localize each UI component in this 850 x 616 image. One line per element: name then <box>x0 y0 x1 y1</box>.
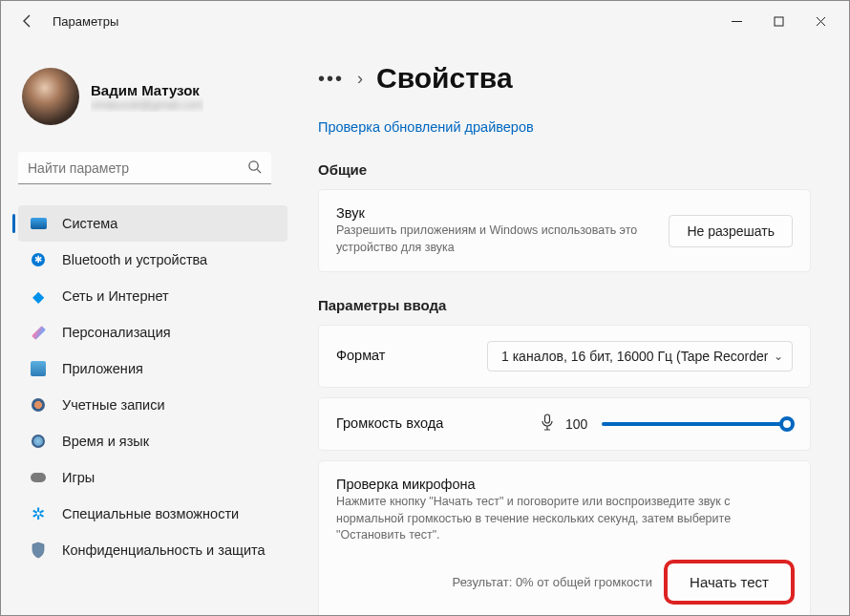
svg-line-5 <box>257 169 261 173</box>
avatar <box>22 68 79 125</box>
profile-email: vmatuzok@gmail.com <box>91 98 203 112</box>
format-value: 1 каналов, 16 бит, 16000 Гц (Tape Record… <box>501 349 768 364</box>
volume-slider[interactable] <box>602 422 793 426</box>
section-input-heading: Параметры ввода <box>318 297 811 313</box>
main-content: ••• › Свойства Проверка обновлений драйв… <box>297 41 849 615</box>
sound-card: Звук Разрешить приложениям и Windows исп… <box>318 189 811 272</box>
accessibility-icon: ✲ <box>30 505 47 522</box>
sidebar-item-privacy[interactable]: Конфиденциальность и защита <box>18 532 287 568</box>
back-button[interactable] <box>20 13 35 29</box>
sound-desc: Разрешить приложениям и Windows использо… <box>336 223 653 256</box>
mic-test-card: Проверка микрофона Нажмите кнопку "Начат… <box>318 460 811 615</box>
titlebar: Параметры <box>1 1 849 41</box>
driver-update-link[interactable]: Проверка обновлений драйверов <box>318 119 534 135</box>
sidebar-item-system[interactable]: Система <box>18 205 287 242</box>
format-card: Формат 1 каналов, 16 бит, 16000 Гц (Tape… <box>318 325 811 388</box>
volume-value: 100 <box>565 416 590 432</box>
sidebar: Вадим Матузок vmatuzok@gmail.com Система… <box>1 41 297 615</box>
bluetooth-icon: ✱ <box>30 251 47 268</box>
page-title: Свойства <box>376 62 513 95</box>
sidebar-item-personalization[interactable]: Персонализация <box>18 314 287 350</box>
sidebar-item-accessibility[interactable]: ✲ Специальные возможности <box>18 496 287 532</box>
wifi-icon: ◆ <box>30 287 47 305</box>
volume-card: Громкость входа 100 <box>318 397 811 451</box>
clock-icon <box>30 433 47 450</box>
sidebar-item-network[interactable]: ◆ Сеть и Интернет <box>18 278 287 314</box>
slider-thumb[interactable] <box>779 416 795 432</box>
gamepad-icon <box>30 469 47 486</box>
search-box[interactable] <box>18 152 271 184</box>
mic-test-desc: Нажмите кнопку "Начать тест" и поговорит… <box>336 494 793 544</box>
format-label: Формат <box>336 348 386 363</box>
brush-icon <box>30 324 47 341</box>
profile-block[interactable]: Вадим Матузок vmatuzok@gmail.com <box>18 64 287 148</box>
format-select[interactable]: 1 каналов, 16 бит, 16000 Гц (Tape Record… <box>487 341 793 372</box>
sidebar-item-time[interactable]: Время и язык <box>18 423 287 459</box>
shield-icon <box>30 542 47 559</box>
chevron-down-icon: ⌄ <box>774 350 782 363</box>
chevron-right-icon: › <box>357 69 363 89</box>
mic-test-title: Проверка микрофона <box>336 477 793 492</box>
breadcrumb-more[interactable]: ••• <box>318 68 344 90</box>
sidebar-item-bluetooth[interactable]: ✱ Bluetooth и устройства <box>18 242 287 278</box>
sidebar-item-apps[interactable]: Приложения <box>18 350 287 387</box>
minimize-button[interactable] <box>715 6 757 36</box>
svg-rect-6 <box>545 414 550 423</box>
search-input[interactable] <box>28 160 247 176</box>
mic-test-result: Результат: 0% от общей громкости <box>453 575 653 589</box>
accounts-icon <box>30 396 47 414</box>
maximize-button[interactable] <box>757 6 799 36</box>
svg-point-4 <box>249 160 258 169</box>
window-controls <box>715 6 841 36</box>
microphone-icon[interactable] <box>541 414 554 435</box>
sidebar-item-games[interactable]: Игры <box>18 459 287 496</box>
window-title: Параметры <box>53 14 118 29</box>
close-button[interactable] <box>799 6 841 36</box>
sound-title: Звук <box>336 205 653 221</box>
search-icon <box>247 159 262 177</box>
profile-name: Вадим Матузок <box>91 82 203 98</box>
system-icon <box>30 215 47 232</box>
section-general-heading: Общие <box>318 161 811 178</box>
breadcrumb: ••• › Свойства <box>318 62 811 95</box>
disallow-button[interactable]: Не разрешать <box>669 215 793 247</box>
sidebar-item-accounts[interactable]: Учетные записи <box>18 387 287 423</box>
start-test-button[interactable]: Начать тест <box>666 562 793 603</box>
volume-label: Громкость входа <box>336 415 443 431</box>
apps-icon <box>30 360 47 377</box>
svg-rect-1 <box>775 17 783 26</box>
